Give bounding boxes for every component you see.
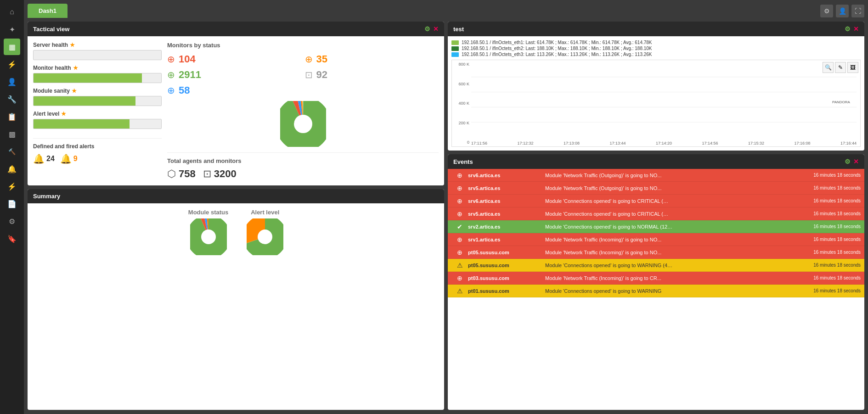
x-1716a: 17:16:08 bbox=[794, 141, 810, 145]
event-message: Module 'Network Traffic (Outgoing)' is g… bbox=[541, 173, 792, 178]
alert-level-item: Alert level ★ bbox=[33, 111, 162, 129]
sidebar-notifications[interactable]: 🔔 bbox=[4, 161, 20, 177]
event-type-icon: ⊕ bbox=[451, 172, 468, 179]
legend-color-eth2 bbox=[451, 46, 459, 51]
x-1716b: 17:16:44 bbox=[840, 141, 857, 145]
sidebar-home[interactable]: ⌂ bbox=[4, 4, 20, 20]
alert-level-bar bbox=[34, 119, 130, 129]
sidebar-dashboard[interactable]: ▦ bbox=[4, 39, 20, 55]
left-column: Tactical view ⚙ ✕ Server h bbox=[28, 22, 444, 410]
module-sanity-bar bbox=[34, 96, 135, 106]
critical-icon: ⊕ bbox=[167, 54, 175, 65]
x-1715: 17:15:32 bbox=[748, 141, 764, 145]
event-host: srv1.artica.es bbox=[468, 237, 541, 242]
chart-legend: 192.168.50.1 / ifInOctets_eth1: Last: 61… bbox=[451, 40, 861, 57]
test-chart-body: 192.168.50.1 / ifInOctets_eth1: Last: 61… bbox=[448, 36, 864, 151]
legend-label-eth1: 192.168.50.1 / ifInOctets_eth1: Last: 61… bbox=[462, 40, 652, 45]
tactical-view-body: Server health ★ Monitor heal bbox=[28, 36, 444, 185]
agents-section: Total agents and monitors ⬡ 758 ⊡ 3200 bbox=[167, 152, 439, 180]
tactical-gear-icon[interactable]: ⚙ bbox=[424, 25, 430, 33]
event-row: ⊕pt05.sususu.comModule 'Network Traffic … bbox=[448, 246, 864, 259]
module-sanity-star: ★ bbox=[72, 88, 77, 94]
event-time: 16 minutes 18 seconds bbox=[792, 275, 861, 280]
event-host: srv5.artica.es bbox=[468, 211, 541, 217]
gear-button[interactable]: ⚙ bbox=[820, 5, 833, 17]
event-host: pt05.sususu.com bbox=[468, 263, 541, 268]
area-chart-svg: PANDORA bbox=[471, 62, 857, 137]
summary-title: Summary bbox=[33, 193, 60, 200]
module-status-label: Module status bbox=[188, 209, 228, 216]
event-row: ⊕srv6.artica.esModule 'Network Traffic (… bbox=[448, 169, 864, 182]
x-1711: 17:11:56 bbox=[471, 141, 487, 145]
monitor-health-label: Monitor health ★ bbox=[33, 65, 162, 71]
sidebar-modules[interactable]: ▩ bbox=[4, 126, 20, 142]
event-time: 16 minutes 18 seconds bbox=[792, 288, 861, 293]
fired-alert-badge: 🔔 9 bbox=[60, 153, 78, 164]
unknown-count: 92 bbox=[316, 69, 439, 81]
events-close-icon[interactable]: ✕ bbox=[853, 158, 859, 165]
sidebar-settings[interactable]: ⚙ bbox=[4, 213, 20, 229]
sidebar-reports[interactable]: 📋 bbox=[4, 108, 20, 125]
chart-area: 800 K 600 K 400 K 200 K 0 🔍 ✎ 🖼 bbox=[451, 60, 861, 147]
y-800: 800 K bbox=[453, 62, 469, 67]
y-400: 400 K bbox=[453, 101, 469, 106]
chart-edit-btn[interactable]: ✎ bbox=[835, 62, 846, 73]
fired-alert-count: 9 bbox=[73, 155, 78, 163]
legend-eth1: 192.168.50.1 / ifInOctets_eth1: Last: 61… bbox=[451, 40, 861, 45]
tactical-header-icons: ⚙ ✕ bbox=[424, 25, 439, 33]
event-row: ⊕pt03.sususu.comModule 'Network Traffic … bbox=[448, 272, 864, 285]
test-chart-title: test bbox=[453, 26, 464, 33]
monitors-title: Monitors by status bbox=[167, 42, 439, 49]
agents-icon: ⬡ bbox=[167, 168, 176, 180]
svg-text:PANDORA: PANDORA bbox=[832, 100, 851, 104]
tab-bar: Dash1 ⚙ 👤 ⛶ bbox=[28, 4, 864, 18]
test-chart-gear-icon[interactable]: ⚙ bbox=[845, 25, 851, 33]
sidebar-files[interactable]: 📄 bbox=[4, 196, 20, 212]
legend-color-eth3 bbox=[451, 52, 459, 57]
module-sanity-item: Module sanity ★ bbox=[33, 88, 162, 106]
sidebar-tags[interactable]: 🔖 bbox=[4, 230, 20, 247]
event-row: ⊕srv5.artica.esModule 'Connections opene… bbox=[448, 207, 864, 220]
sidebar-config[interactable]: 🔧 bbox=[4, 91, 20, 107]
events-gear-icon[interactable]: ⚙ bbox=[845, 158, 851, 165]
chart-toolbar: 🔍 ✎ 🖼 bbox=[823, 62, 858, 73]
server-health-item: Server health ★ bbox=[33, 42, 162, 60]
chart-image-btn[interactable]: 🖼 bbox=[847, 62, 858, 73]
agents-count-item: ⬡ 758 bbox=[167, 168, 196, 180]
dashboard-grid: Tactical view ⚙ ✕ Server h bbox=[28, 22, 864, 410]
summary-header: Summary bbox=[28, 189, 444, 203]
event-message: Module 'Connections opened' is going to … bbox=[541, 224, 792, 229]
sidebar-tools[interactable]: 🔨 bbox=[4, 143, 20, 160]
test-chart-close-icon[interactable]: ✕ bbox=[853, 25, 859, 33]
user-button[interactable]: 👤 bbox=[836, 5, 849, 17]
sidebar-bolt[interactable]: ⚡ bbox=[4, 178, 20, 195]
server-health-label: Server health ★ bbox=[33, 42, 162, 48]
legend-color-eth1 bbox=[451, 40, 459, 45]
event-time: 16 minutes 18 seconds bbox=[792, 185, 861, 190]
event-host: pt03.sususu.com bbox=[468, 275, 541, 281]
warning-icon: ⊕ bbox=[305, 54, 313, 65]
event-row: ⚠pt05.sususu.comModule 'Connections open… bbox=[448, 259, 864, 272]
monitor-health-star: ★ bbox=[73, 65, 78, 71]
tab-dash1[interactable]: Dash1 bbox=[28, 4, 68, 18]
alerts-label: Defined and fired alerts bbox=[33, 143, 162, 150]
event-message: Module 'Network Traffic (Incoming)' is g… bbox=[541, 250, 792, 255]
agents-count: 758 bbox=[179, 168, 196, 180]
sidebar-charts[interactable]: ✦ bbox=[4, 21, 20, 38]
events-title: Events bbox=[453, 158, 473, 165]
event-row: ⊕srv6.artica.esModule 'Connections opene… bbox=[448, 195, 864, 207]
svg-point-9 bbox=[250, 222, 280, 252]
monitors-section: Monitors by status ⊕ 104 ⊕ 35 ⊕ 2911 bbox=[167, 42, 439, 180]
tactical-close-icon[interactable]: ✕ bbox=[433, 25, 439, 33]
event-message: Module 'Connections opened' is going to … bbox=[541, 198, 792, 204]
chart-zoom-btn[interactable]: 🔍 bbox=[823, 62, 834, 73]
tactical-view-panel: Tactical view ⚙ ✕ Server h bbox=[28, 22, 444, 185]
events-list: ⊕srv6.artica.esModule 'Network Traffic (… bbox=[448, 169, 864, 408]
event-message: Module 'Network Traffic (Outgoing)' is g… bbox=[541, 185, 792, 191]
sidebar-alerts[interactable]: ⚡ bbox=[4, 56, 20, 73]
sidebar-users[interactable]: 👤 bbox=[4, 73, 20, 90]
bell-icon: 🔔 bbox=[33, 153, 45, 164]
monitors-pie-chart bbox=[280, 101, 326, 147]
alert-level-pie bbox=[247, 218, 283, 255]
expand-button[interactable]: ⛶ bbox=[851, 5, 864, 17]
